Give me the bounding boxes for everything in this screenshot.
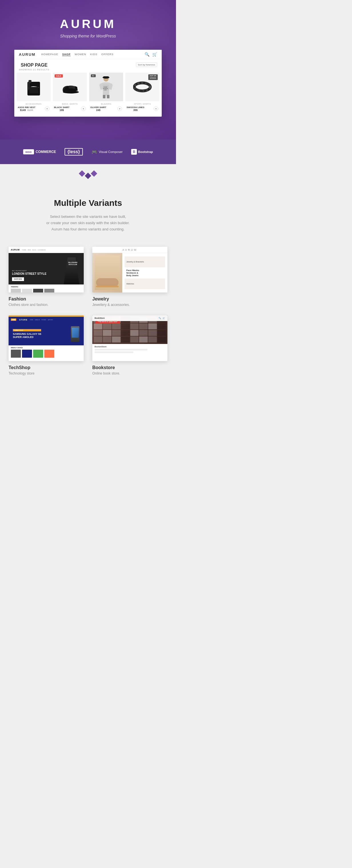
f-nav-2: MEN	[28, 249, 31, 251]
shelf-18	[103, 330, 111, 336]
jewelry-cat-watches[interactable]: Watches	[125, 278, 165, 289]
tech-product-name: SAMSUNG GALAXY S5SUPER AMOLED	[13, 333, 41, 339]
out-of-stock-badge: OUT OFSTOCK	[148, 74, 158, 80]
book-screenshot: BookStore 🔍 🛒	[92, 315, 167, 361]
nav-link-kids[interactable]: KIDS	[90, 53, 97, 56]
bootstrap-label: Bootstrap	[138, 150, 153, 154]
shelf-15	[148, 323, 157, 329]
product-name-4: SWOOSH LINES	[127, 106, 144, 108]
fashion-nav: AURUM HOME MEN BLOG LOOKBOOK	[8, 247, 84, 253]
shelf-14	[139, 323, 148, 329]
book-store-name: BostonStore	[95, 346, 165, 348]
diamond-1	[79, 170, 86, 177]
jewelry-nav: AVRUM	[92, 247, 167, 253]
tech-partners-section: woo COMMERCE {less} 🎮 Visual Composer B …	[0, 140, 176, 164]
tech-item-4	[44, 350, 54, 358]
jewelry-sublabel: Jewellery & accessories.	[92, 303, 167, 307]
jewelry-arm	[96, 278, 119, 287]
shirt-person-svg: CHEAP MONDAY CHEV	[98, 75, 114, 98]
less-logo: {less}	[65, 148, 83, 156]
shop-page-title: SHOP PAGE	[19, 63, 50, 68]
shop-header: SHOP PAGE SHOWING 21 RESULTS Sort by New…	[14, 59, 162, 73]
shelf-9	[94, 323, 102, 329]
book-row-1	[95, 349, 148, 350]
product-category-2: BAGS, SHIRTS	[54, 103, 86, 105]
fashion-nav-links: HOME MEN BLOG LOOKBOOK	[22, 249, 46, 251]
f-nav-4: LOOKBOOK	[38, 249, 46, 251]
jewelry-image-area	[92, 253, 122, 292]
nav-link-shop[interactable]: SHOP	[62, 53, 71, 56]
tech-hero: SUPER SALE SAMSUNG GALAXY S5SUPER AMOLED	[8, 322, 84, 345]
nav-link-women[interactable]: WOMEN	[74, 53, 86, 56]
book-cart-icon[interactable]: 🛒	[163, 317, 165, 319]
add-to-cart-1[interactable]: +	[45, 106, 50, 111]
bracelet-shape	[96, 286, 119, 287]
add-to-cart-4[interactable]: +	[154, 106, 158, 111]
book-search-icon[interactable]: 🔍	[159, 317, 161, 319]
cart-icon[interactable]: 🛒	[152, 52, 157, 57]
product-image-bag: NIKE	[17, 73, 51, 101]
shelf-13	[130, 323, 139, 329]
jewelry-cat-face[interactable]: Face Masks Necklaces &Body Jewels	[125, 268, 165, 278]
product-card-3: 8+ CHEAP MONDAY	[89, 73, 123, 113]
hero-subtitle: Shopping theme for WordPress	[6, 34, 170, 38]
variants-title: Multiple Variants	[8, 198, 167, 208]
tech-item-1	[11, 350, 21, 358]
jewelry-nav-logo: AVRUM	[123, 248, 137, 251]
shelf-22	[139, 330, 148, 336]
svg-rect-5	[29, 87, 38, 93]
product-card-2: SALE	[53, 73, 87, 113]
trending-items	[11, 289, 82, 292]
shelf-11	[112, 323, 121, 329]
tech-items	[11, 350, 82, 358]
face-masks-label: Face Masks	[126, 269, 139, 272]
nav-link-homepage[interactable]: HOMEPAGE	[41, 53, 58, 56]
shelf-12	[121, 323, 130, 329]
trending-item-1	[11, 289, 21, 292]
shirt-text: BILLIONAIREBOYS CLUB	[68, 261, 77, 265]
tech-nav-4: LAPTOPS	[48, 319, 53, 320]
product-name-1: ASOS RIB VEST	[18, 106, 35, 108]
tech-sale-badge: SUPER SALE	[13, 329, 41, 331]
jewelry-screenshot: AVRUM	[92, 247, 167, 292]
search-icon[interactable]: 🔍	[145, 52, 150, 57]
add-to-cart-2[interactable]: +	[81, 106, 86, 111]
tech-screenshot: FREE STORE HOME CATALOG PHONES LAPTOPS S…	[8, 315, 84, 361]
sort-dropdown[interactable]: Sort by Newness	[136, 63, 157, 67]
shelf-31	[148, 337, 157, 342]
product-price-4: 35$	[127, 108, 144, 112]
tech-nav-2: CATALOG	[35, 319, 40, 320]
fashion-cta[interactable]: SHOP NOW	[12, 277, 24, 281]
product-image-shirt: 8+ CHEAP MONDAY	[89, 73, 123, 101]
add-to-cart-3[interactable]: +	[118, 106, 122, 111]
jewelry-cat-1[interactable]: Jewelry & Bracelets	[125, 256, 165, 267]
hero-section: AURUM Shopping theme for WordPress AURUM…	[0, 0, 176, 140]
shelf-23	[148, 330, 157, 336]
tech-weekly-label: WEEKLY CHOICE	[11, 347, 82, 348]
shelf-27	[112, 337, 121, 342]
book-hero: BookStore 🔍 🛒	[92, 315, 167, 344]
tech-nav-links: HOME CATALOG PHONES LAPTOPS	[30, 319, 53, 320]
brand-logo: AURUM	[6, 17, 170, 31]
jewelry-left-panel	[92, 253, 122, 292]
f-nav-1: HOME	[22, 249, 26, 251]
woocommerce-logo: woo COMMERCE	[23, 149, 56, 154]
demo-grid: AURUM HOME MEN BLOG LOOKBOOK BILLIONAIRE…	[8, 247, 167, 375]
product-category-3: BLAZERS	[90, 103, 122, 105]
svg-rect-14	[103, 95, 105, 98]
product-category-1: ACCESSORIES	[18, 103, 50, 105]
shelf-29	[130, 337, 139, 342]
necklaces-label: Necklaces &Body Jewels	[126, 272, 139, 277]
tech-store-badge: FREE	[11, 318, 16, 321]
bootstrap-logo: B Bootstrap	[131, 149, 153, 155]
demo-item-jewelry: AVRUM	[92, 247, 167, 307]
product-price-3: 24$	[90, 108, 106, 112]
shelf-20	[121, 330, 130, 336]
nav-link-offers[interactable]: OFFERS	[101, 53, 114, 56]
shop-nav-links: HOMEPAGE SHOP WOMEN KIDS OFFERS	[41, 53, 145, 56]
vc-label: Visual Composer	[99, 150, 123, 154]
tech-hero-text: SUPER SALE SAMSUNG GALAXY S5SUPER AMOLED	[13, 329, 41, 339]
tech-item-3	[33, 350, 43, 358]
products-grid: NIKE ACCESSORIES ASOS RIB VEST $149 $198	[14, 73, 162, 117]
tech-weekly: WEEKLY CHOICE	[8, 345, 84, 359]
